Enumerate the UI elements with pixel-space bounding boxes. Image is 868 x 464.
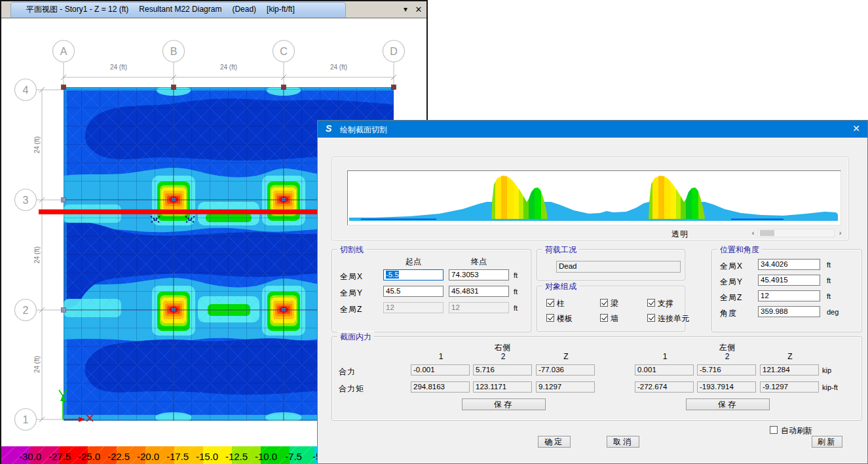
- left-moment-z: -9.1297: [760, 381, 819, 393]
- svg-text:24 (ft): 24 (ft): [33, 136, 41, 153]
- draw-section-cut-dialog: S 绘制截面切割 ✕: [317, 120, 868, 464]
- dialog-titlebar[interactable]: S 绘制截面切割 ✕: [318, 121, 867, 138]
- cut-end-y-input[interactable]: 45.4831: [449, 286, 509, 297]
- load-case-title: (Dead): [232, 5, 256, 14]
- unit-label: ft: [514, 271, 518, 279]
- grid-bubble-label: B: [170, 46, 178, 57]
- checkbox-slab[interactable]: [546, 314, 554, 322]
- col-header-1: 1: [411, 352, 471, 361]
- cut-start-y-input[interactable]: 45.5: [383, 286, 443, 297]
- right-moment-z: 9.1297: [536, 381, 595, 393]
- transparency-label: 透明: [671, 229, 689, 240]
- pos-y-input[interactable]: 45.4915: [758, 275, 820, 286]
- force-unit-label: kip: [822, 366, 831, 374]
- right-force-2: 5.716: [473, 364, 532, 376]
- unit-label: ft: [827, 277, 831, 284]
- angle-input[interactable]: 359.988: [758, 306, 820, 317]
- unit-label: ft: [514, 288, 518, 296]
- checkbox-beam[interactable]: [600, 299, 608, 307]
- global-x-label: 全局X: [340, 271, 363, 282]
- right-moment-2: 123.1171: [473, 381, 532, 393]
- right-force-z: -77.036: [536, 364, 595, 376]
- cut-start-z-input: 12: [383, 302, 443, 313]
- col-header-2: 2: [473, 352, 533, 361]
- grid-bubble-label: C: [280, 46, 288, 57]
- resultant-force-label: 合力: [339, 366, 356, 377]
- object-types-group: 对象组成 柱 梁 支撑 楼板 墙 连接单元: [537, 286, 685, 332]
- section-cut-preview-chart: [347, 170, 841, 225]
- refresh-button[interactable]: 刷新: [812, 436, 842, 448]
- global-y-label: 全局Y: [340, 288, 363, 299]
- grid-bubble-label: 1: [23, 414, 29, 425]
- section-forces-group-title: 截面内力: [337, 332, 374, 343]
- legend-label: -17.5: [166, 451, 189, 462]
- cancel-button[interactable]: 取消: [607, 436, 639, 448]
- col-header-1: 1: [635, 352, 695, 361]
- cut-end-x-input[interactable]: 74.3053: [449, 269, 509, 280]
- cut-line-group: 切割线 起点 终点 全局X -5.5 74.3053 ft 全局Y 45.5 4…: [331, 249, 531, 332]
- legend-label: -15.0: [196, 451, 218, 462]
- col-header-z: Z: [760, 352, 820, 361]
- svg-text:24 (ft): 24 (ft): [330, 64, 347, 71]
- save-right-button[interactable]: 保存: [462, 398, 546, 410]
- save-left-button[interactable]: 保存: [686, 398, 770, 410]
- right-moment-1: 294.8163: [411, 381, 470, 393]
- moment-unit-label: kip-ft: [822, 383, 838, 391]
- col-header-z: Z: [536, 352, 596, 361]
- plan-window-titlebar[interactable]: 平面视图 - Story1 - Z = 12 (ft)Resultant M22…: [1, 1, 426, 18]
- resultant-moment-label: 合力矩: [339, 383, 364, 395]
- preview-peak-cluster-2: [649, 174, 705, 220]
- unit-label: ft: [827, 261, 831, 269]
- section-forces-group: 截面内力 右侧 左侧 1 2 Z 1 2 Z 合力 -0.001 5.716 -…: [331, 336, 862, 421]
- pos-x-input[interactable]: 34.4026: [758, 259, 820, 270]
- checkbox-brace[interactable]: [647, 299, 655, 307]
- load-case-value: Dead: [556, 261, 681, 273]
- unit-label: ft: [827, 292, 831, 300]
- pos-x-label: 全局X: [720, 261, 743, 272]
- load-case-group: 荷载工况 Dead: [537, 249, 685, 280]
- svg-text:24 (ft): 24 (ft): [110, 64, 127, 71]
- grid-bubble-label: A: [60, 46, 67, 57]
- checkbox-brace-label: 支撑: [658, 298, 673, 309]
- unit-label: deg: [827, 308, 839, 316]
- scroll-right-icon[interactable]: ›: [836, 229, 844, 237]
- transparency-scrollbar[interactable]: [757, 229, 835, 237]
- window-dropdown-icon[interactable]: ▾: [399, 1, 412, 18]
- diagram-title: Resultant M22 Diagram: [139, 5, 221, 14]
- checkbox-slab-label: 楼板: [557, 313, 573, 324]
- view-title: 平面视图 - Story1 - Z = 12 (ft): [26, 5, 128, 14]
- position-angle-group-title: 位置和角度: [717, 244, 762, 256]
- legend-label: -25.0: [78, 451, 100, 462]
- right-force-1: -0.001: [411, 364, 470, 376]
- legend-label: -27.5: [48, 451, 71, 462]
- scrollbar-thumb[interactable]: [760, 230, 774, 236]
- dialog-close-icon[interactable]: ✕: [850, 123, 862, 134]
- pos-z-input[interactable]: 12: [758, 290, 820, 301]
- app-logo-icon: S: [326, 123, 331, 134]
- checkbox-link-label: 连接单元: [658, 313, 689, 324]
- ok-button[interactable]: 确定: [538, 436, 571, 448]
- checkbox-column-label: 柱: [557, 298, 565, 309]
- checkbox-wall[interactable]: [600, 314, 608, 322]
- dialog-title: 绘制截面切割: [340, 125, 387, 136]
- left-force-2: -5.716: [697, 364, 756, 376]
- unit-label: ft: [514, 304, 518, 312]
- scroll-left-icon[interactable]: ‹: [749, 229, 757, 237]
- left-moment-1: -272.674: [635, 381, 694, 393]
- legend-label: -12.5: [225, 451, 248, 462]
- left-force-1: 0.001: [635, 364, 694, 376]
- checkbox-wall-label: 墙: [611, 313, 618, 324]
- window-close-icon[interactable]: ✕: [412, 1, 425, 18]
- preview-baseline-band: [349, 202, 838, 221]
- plan-window-title: 平面视图 - Story1 - Z = 12 (ft)Resultant M22…: [26, 1, 305, 18]
- legend-label: -30.0: [19, 451, 41, 462]
- cut-end-z-input: 12: [449, 302, 509, 313]
- checkbox-link[interactable]: [647, 314, 655, 322]
- position-angle-group: 位置和角度 全局X 34.4026 ft 全局Y 45.4915 ft 全局Z …: [711, 249, 862, 332]
- start-point-header: 起点: [383, 256, 443, 267]
- cut-start-x-input[interactable]: -5.5: [383, 269, 443, 280]
- grid-bubble-label: 2: [23, 305, 29, 316]
- end-point-header: 终点: [449, 256, 509, 267]
- checkbox-column[interactable]: [546, 299, 554, 307]
- auto-refresh-checkbox[interactable]: [770, 426, 778, 434]
